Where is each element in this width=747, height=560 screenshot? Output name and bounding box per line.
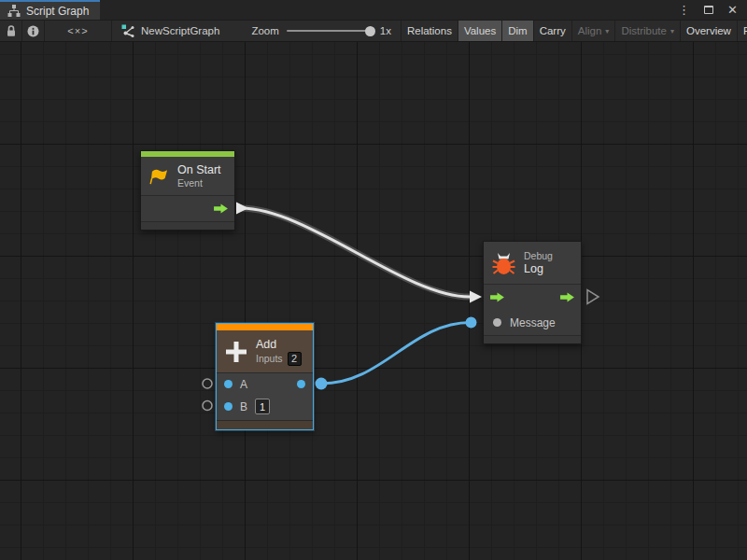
port-a-label: A bbox=[240, 378, 247, 391]
script-graph-tab-icon bbox=[7, 5, 21, 17]
port-row-b: B 1 bbox=[217, 395, 313, 418]
node-header[interactable]: Debug Log bbox=[484, 242, 581, 284]
zoom-slider[interactable] bbox=[287, 30, 373, 32]
control-wire[interactable] bbox=[241, 208, 470, 297]
window-tab-bar: Script Graph ⋮ ✕ bbox=[0, 0, 747, 20]
toolbar-button-values[interactable]: Values bbox=[458, 21, 501, 41]
lock-icon bbox=[6, 24, 17, 37]
graph-canvas[interactable]: On Start Event Debug Log bbox=[0, 42, 747, 560]
port-b-value-field[interactable]: 1 bbox=[255, 399, 270, 414]
node-accent-bar bbox=[217, 324, 313, 330]
toolbar-button-relations[interactable]: Relations bbox=[401, 21, 458, 41]
message-input-port-dot[interactable] bbox=[493, 318, 501, 327]
node-footer bbox=[141, 221, 234, 230]
node-on-start[interactable]: On Start Event bbox=[140, 150, 235, 231]
node-header[interactable]: On Start Event bbox=[141, 157, 234, 195]
node-footer bbox=[484, 335, 581, 343]
chevron-down-icon: ▾ bbox=[670, 27, 674, 35]
lock-button[interactable] bbox=[0, 21, 22, 41]
control-wire-start-arrow-icon bbox=[236, 203, 248, 215]
node-debug-log[interactable]: Debug Log Message bbox=[483, 241, 582, 344]
control-wire-end-arrow-icon bbox=[470, 291, 482, 303]
zoom-value: 1x bbox=[380, 25, 391, 36]
zoom-slider-knob[interactable] bbox=[365, 26, 375, 36]
graph-asset-icon bbox=[121, 24, 135, 38]
value-input-a-port-dot[interactable] bbox=[224, 380, 233, 388]
node-port-section: A B 1 bbox=[217, 372, 313, 420]
connection-layer bbox=[0, 42, 747, 560]
value-wire-start-dot bbox=[316, 378, 328, 390]
plus-icon bbox=[224, 340, 248, 364]
info-icon bbox=[27, 25, 39, 37]
node-title: On Start bbox=[177, 163, 221, 177]
value-wire-end-dot bbox=[466, 317, 477, 329]
port-b-label: B bbox=[240, 400, 247, 413]
message-port-label: Message bbox=[510, 316, 556, 329]
value-output-port-dot[interactable] bbox=[297, 380, 305, 388]
graph-name: NewScriptGraph bbox=[141, 25, 219, 36]
port-row-a: A bbox=[217, 373, 313, 395]
node-category: Debug bbox=[524, 250, 553, 262]
node-message-row: Message bbox=[484, 310, 581, 335]
unconnected-input-b-circle-icon[interactable] bbox=[203, 401, 212, 411]
trigger-input-port-arrow-icon[interactable] bbox=[488, 291, 506, 303]
close-icon[interactable]: ✕ bbox=[727, 4, 738, 16]
graph-toolbar: <×> NewScriptGraph Zoom 1x Relations Val… bbox=[0, 20, 747, 42]
node-title: Log bbox=[524, 262, 553, 276]
toolbar-button-fullscreen[interactable]: Full S bbox=[737, 21, 747, 41]
zoom-label: Zoom bbox=[251, 25, 278, 36]
info-button[interactable] bbox=[22, 21, 45, 41]
toolbar-button-overview[interactable]: Overview bbox=[680, 21, 737, 41]
control-wire-halo bbox=[241, 208, 470, 297]
node-header[interactable]: Add Inputs 2 bbox=[217, 330, 313, 372]
trigger-output-port-arrow-icon[interactable] bbox=[558, 291, 576, 303]
value-wire[interactable] bbox=[321, 323, 471, 385]
node-footer bbox=[217, 420, 313, 429]
zoom-control: Zoom 1x bbox=[229, 21, 401, 41]
node-add[interactable]: Add Inputs 2 A B 1 bbox=[216, 323, 314, 430]
node-subtitle: Event bbox=[177, 177, 221, 189]
node-port-row bbox=[141, 195, 234, 221]
input-count-badge[interactable]: 2 bbox=[288, 352, 302, 366]
unconnected-flow-triangle-icon[interactable] bbox=[587, 290, 599, 304]
trigger-output-port-arrow-icon[interactable] bbox=[212, 203, 230, 215]
code-view-icon: <×> bbox=[67, 25, 88, 36]
unconnected-input-a-circle-icon[interactable] bbox=[203, 379, 212, 388]
toolbar-button-distribute[interactable]: Distribute▾ bbox=[614, 21, 680, 41]
bug-icon bbox=[491, 250, 516, 276]
node-subtitle: Inputs bbox=[256, 353, 283, 365]
tab-script-graph[interactable]: Script Graph bbox=[0, 0, 100, 20]
node-trigger-row bbox=[484, 284, 581, 310]
value-input-b-port-dot[interactable] bbox=[224, 402, 233, 411]
toolbar-button-carry[interactable]: Carry bbox=[533, 21, 571, 41]
toolbar-button-dim[interactable]: Dim bbox=[501, 21, 532, 41]
tab-title: Script Graph bbox=[26, 5, 89, 18]
window-controls: ⋮ ✕ bbox=[678, 0, 747, 20]
chevron-down-icon: ▾ bbox=[605, 27, 609, 35]
kebab-menu-icon[interactable]: ⋮ bbox=[678, 4, 690, 16]
graph-asset-button[interactable]: NewScriptGraph bbox=[112, 21, 229, 41]
node-title: Add bbox=[256, 338, 302, 352]
flag-icon bbox=[148, 167, 170, 185]
toolbar-toggles: Relations Values Dim Carry Align▾ Distri… bbox=[401, 21, 747, 41]
code-view-button[interactable]: <×> bbox=[45, 21, 112, 41]
maximize-icon[interactable] bbox=[704, 6, 713, 14]
toolbar-button-align[interactable]: Align▾ bbox=[571, 21, 615, 41]
